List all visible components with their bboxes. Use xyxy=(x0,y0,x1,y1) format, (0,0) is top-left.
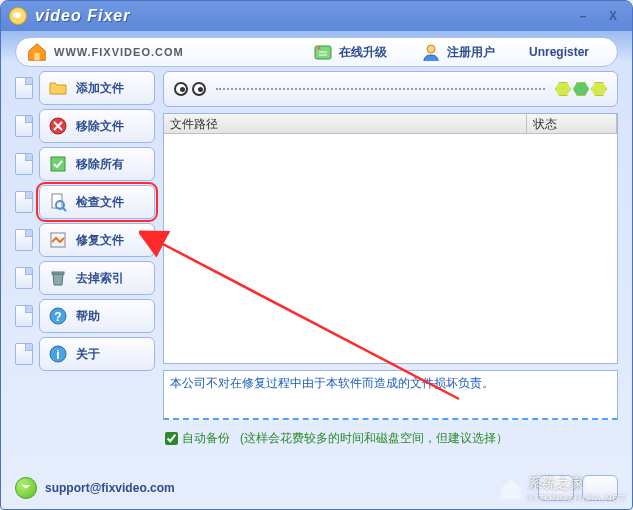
sidebar-row: i关于 xyxy=(15,337,155,371)
sidebar-row: 移除所有 xyxy=(15,147,155,181)
svg-point-3 xyxy=(427,45,435,53)
auto-backup-label: 自动备份 xyxy=(182,430,230,447)
page-icon xyxy=(15,191,33,213)
page-icon xyxy=(15,305,33,327)
main-panel: 文件路径 状态 本公司不对在修复过程中由于本软件而造成的文件损坏负责。 自动备份… xyxy=(163,71,618,451)
svg-point-2 xyxy=(317,47,320,50)
sidebar-button-7[interactable]: i关于 xyxy=(39,337,155,371)
sidebar-label: 去掉索引 xyxy=(76,270,124,287)
footer-button-1[interactable] xyxy=(538,475,574,501)
website-url: WWW.FIXVIDEO.COM xyxy=(54,46,184,58)
footer-button-2[interactable] xyxy=(582,475,618,501)
page-icon xyxy=(15,115,33,137)
svg-rect-5 xyxy=(51,157,65,171)
footer: support@fixvideo.com xyxy=(15,475,618,501)
sidebar-row: ?帮助 xyxy=(15,299,155,333)
sidebar-label: 移除文件 xyxy=(76,118,124,135)
app-window: video Fixer – X WWW.FIXVIDEO.COM 在线升级 注册… xyxy=(0,0,633,510)
sidebar-button-0[interactable]: 添加文件 xyxy=(39,71,155,105)
remove-all-icon xyxy=(48,154,68,174)
url-bar: WWW.FIXVIDEO.COM 在线升级 注册用户 Unregister xyxy=(15,37,618,67)
close-button[interactable]: X xyxy=(602,7,624,25)
column-status[interactable]: 状态 xyxy=(527,114,617,133)
app-title: video Fixer xyxy=(35,7,130,25)
file-list-body[interactable] xyxy=(164,134,617,363)
auto-backup-hint: (这样会花费较多的时间和磁盘空间，但建议选择） xyxy=(240,430,508,447)
app-icon xyxy=(9,7,27,25)
repair-icon xyxy=(48,230,68,250)
sidebar-label: 移除所有 xyxy=(76,156,124,173)
sidebar-row: 添加文件 xyxy=(15,71,155,105)
sidebar-button-4[interactable]: 修复文件 xyxy=(39,223,155,257)
column-path[interactable]: 文件路径 xyxy=(164,114,527,133)
help-icon: ? xyxy=(48,306,68,326)
svg-text:?: ? xyxy=(54,310,61,324)
decor-row xyxy=(163,71,618,107)
sidebar-button-1[interactable]: 移除文件 xyxy=(39,109,155,143)
hex-icons xyxy=(555,82,607,96)
register-button[interactable]: 注册用户 xyxy=(413,38,503,66)
sidebar-label: 关于 xyxy=(76,346,100,363)
mail-icon xyxy=(15,477,37,499)
page-icon xyxy=(15,77,33,99)
sidebar-row: 修复文件 xyxy=(15,223,155,257)
upgrade-label: 在线升级 xyxy=(339,44,387,61)
sidebar-row: 检查文件 xyxy=(15,185,155,219)
user-icon xyxy=(421,42,441,62)
svg-line-8 xyxy=(63,208,66,211)
sidebar-button-5[interactable]: 去掉索引 xyxy=(39,261,155,295)
disclaimer-text: 本公司不对在修复过程中由于本软件而造成的文件损坏负责。 xyxy=(170,376,494,390)
search-doc-icon xyxy=(48,192,68,212)
sidebar-row: 去掉索引 xyxy=(15,261,155,295)
svg-rect-10 xyxy=(52,272,64,274)
svg-rect-0 xyxy=(34,53,40,60)
auto-backup-input[interactable] xyxy=(165,432,178,445)
trash-icon xyxy=(48,268,68,288)
upgrade-button[interactable]: 在线升级 xyxy=(305,38,395,66)
support-email[interactable]: support@fixvideo.com xyxy=(45,481,175,495)
page-icon xyxy=(15,343,33,365)
sidebar-button-3[interactable]: 检查文件 xyxy=(39,185,155,219)
page-icon xyxy=(15,229,33,251)
sidebar-label: 帮助 xyxy=(76,308,100,325)
sidebar-button-6[interactable]: ?帮助 xyxy=(39,299,155,333)
sidebar-label: 添加文件 xyxy=(76,80,124,97)
minimize-button[interactable]: – xyxy=(572,7,594,25)
folder-open-icon xyxy=(48,78,68,98)
sidebar-label: 修复文件 xyxy=(76,232,124,249)
home-icon xyxy=(26,41,48,63)
file-list[interactable]: 文件路径 状态 xyxy=(163,113,618,364)
info-icon: i xyxy=(48,344,68,364)
page-icon xyxy=(15,267,33,289)
remove-icon xyxy=(48,116,68,136)
sidebar-label: 检查文件 xyxy=(76,194,124,211)
sidebar-row: 移除文件 xyxy=(15,109,155,143)
sidebar: 添加文件移除文件移除所有检查文件修复文件去掉索引?帮助i关于 xyxy=(15,71,155,451)
upgrade-icon xyxy=(313,42,333,62)
eyes-icon xyxy=(174,82,206,96)
sidebar-button-2[interactable]: 移除所有 xyxy=(39,147,155,181)
titlebar[interactable]: video Fixer – X xyxy=(1,1,632,31)
message-box: 本公司不对在修复过程中由于本软件而造成的文件损坏负责。 xyxy=(163,370,618,420)
register-label: 注册用户 xyxy=(447,44,495,61)
svg-text:i: i xyxy=(56,348,59,362)
page-icon xyxy=(15,153,33,175)
unregister-label: Unregister xyxy=(529,45,589,59)
unregister-button[interactable]: Unregister xyxy=(521,41,597,63)
auto-backup-checkbox[interactable]: 自动备份 xyxy=(165,430,230,447)
